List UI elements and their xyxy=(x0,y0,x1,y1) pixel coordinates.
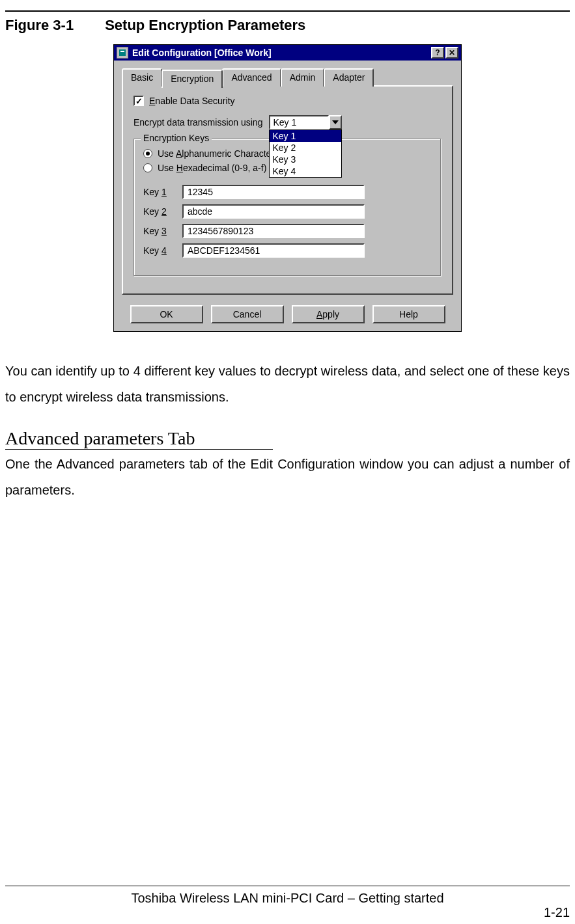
key4-input[interactable]: ABCDEF1234561 xyxy=(182,243,365,258)
cancel-button[interactable]: Cancel xyxy=(211,305,284,323)
tab-adapter[interactable]: Adapter xyxy=(324,68,374,87)
window-title: Edit Configuration [Office Work] xyxy=(132,48,430,58)
tab-encryption[interactable]: Encryption xyxy=(161,70,223,88)
figure-caption: Setup Encryption Parameters xyxy=(105,17,305,34)
radio-hexadecimal[interactable] xyxy=(143,163,152,172)
dropdown-item-key2[interactable]: Key 2 xyxy=(270,142,341,154)
enable-security-label: Enable Data Security xyxy=(149,96,235,106)
dialog-button-row: OK Cancel Apply Help xyxy=(114,297,461,331)
radio-alphanumeric-label: Use Alphanumeric Character xyxy=(158,148,274,159)
key3-input[interactable]: 1234567890123 xyxy=(182,224,365,238)
footer-text: Toshiba Wireless LAN mini-PCI Card – Get… xyxy=(0,891,575,906)
titlebar: Edit Configuration [Office Work] ? ✕ xyxy=(114,45,461,61)
radio-hexadecimal-label: Use Hexadecimal (0-9, a-f) xyxy=(158,163,266,173)
close-button[interactable]: ✕ xyxy=(445,47,458,59)
key4-label: Key 4 xyxy=(143,245,176,256)
paragraph-1: You can identify up to 4 different key v… xyxy=(5,358,570,410)
encryption-panel: ✓ Enable Data Security Encrypt data tran… xyxy=(122,85,453,295)
section-heading: Advanced parameters Tab xyxy=(5,428,273,450)
figure-number: Figure 3-1 xyxy=(5,17,74,34)
enable-security-checkbox[interactable]: ✓ xyxy=(133,96,144,106)
apply-button[interactable]: Apply xyxy=(292,305,365,323)
app-icon xyxy=(117,47,128,59)
radio-alphanumeric[interactable] xyxy=(143,149,152,158)
svg-rect-1 xyxy=(120,51,124,52)
key1-input[interactable]: 12345 xyxy=(182,185,365,199)
ok-button[interactable]: OK xyxy=(130,305,203,323)
key-select[interactable]: Key 1 Key 1 Key 2 Key 3 Key 4 xyxy=(269,115,342,129)
page-number: 1-21 xyxy=(544,905,570,920)
key-select-value: Key 1 xyxy=(269,115,329,129)
help-button[interactable]: ? xyxy=(431,47,444,59)
encrypt-using-label: Encrypt data transmission using xyxy=(133,117,262,128)
group-legend: Encryption Keys xyxy=(141,133,212,143)
figure-title: Figure 3-1 Setup Encryption Parameters xyxy=(5,17,570,34)
paragraph-2: One the Advanced parameters tab of the E… xyxy=(5,451,570,503)
key2-label: Key 2 xyxy=(143,206,176,217)
key-dropdown-list: Key 1 Key 2 Key 3 Key 4 xyxy=(269,129,342,178)
svg-rect-0 xyxy=(119,49,126,56)
dropdown-item-key1[interactable]: Key 1 xyxy=(270,130,341,142)
tab-basic[interactable]: Basic xyxy=(122,68,162,87)
dropdown-item-key4[interactable]: Key 4 xyxy=(270,165,341,177)
chevron-down-icon[interactable] xyxy=(329,115,342,129)
tab-admin[interactable]: Admin xyxy=(281,68,325,87)
key2-input[interactable]: abcde xyxy=(182,204,365,219)
edit-configuration-dialog: Edit Configuration [Office Work] ? ✕ Bas… xyxy=(113,44,462,332)
tab-strip: Basic Encryption Advanced Admin Adapter xyxy=(122,68,453,87)
tab-advanced[interactable]: Advanced xyxy=(222,68,281,87)
key1-label: Key 1 xyxy=(143,187,176,197)
help-button[interactable]: Help xyxy=(372,305,445,323)
dropdown-item-key3[interactable]: Key 3 xyxy=(270,154,341,165)
key3-label: Key 3 xyxy=(143,226,176,236)
